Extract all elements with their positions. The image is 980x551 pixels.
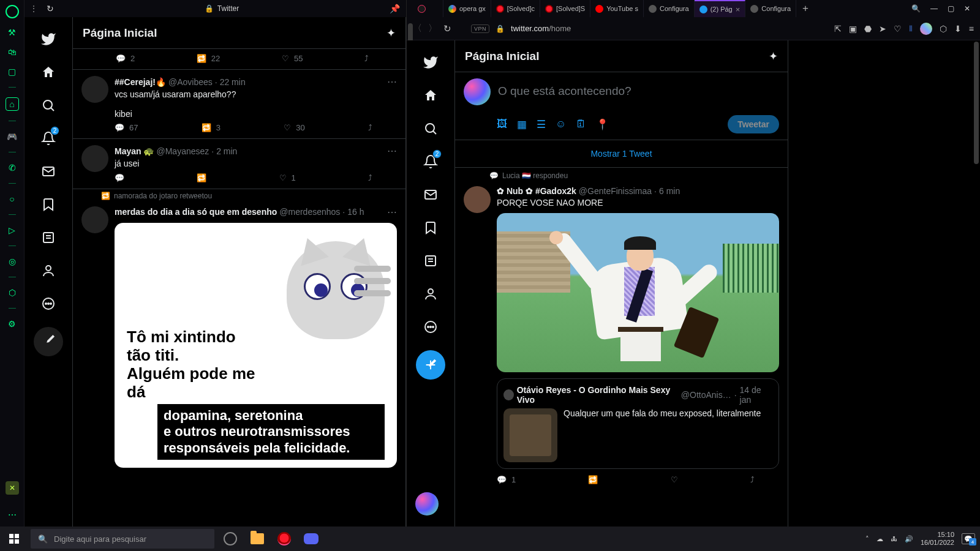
gx-home-icon[interactable]: ⌂ bbox=[6, 97, 19, 111]
share-action[interactable]: ⤴ bbox=[364, 54, 369, 63]
retweet-action[interactable]: 🔁 3 bbox=[202, 123, 221, 132]
home-icon[interactable] bbox=[34, 58, 63, 87]
reload-icon[interactable]: ↻ bbox=[47, 4, 54, 13]
more-icon[interactable] bbox=[34, 289, 63, 318]
tweet[interactable]: ✿ Nub ✿ #Gadox2k @GenteFinissimaa · 6 mi… bbox=[455, 180, 788, 490]
gx-target-icon[interactable]: ◎ bbox=[7, 256, 18, 267]
profile-avatar-icon[interactable] bbox=[920, 23, 932, 35]
lists-icon[interactable] bbox=[416, 246, 445, 276]
search-tabs-icon[interactable]: 🔍 bbox=[911, 4, 921, 13]
location-icon[interactable]: 📍 bbox=[596, 118, 609, 131]
retweet-action[interactable]: 🔁 bbox=[588, 475, 598, 484]
messages-icon[interactable] bbox=[34, 157, 63, 186]
gx-settings-icon[interactable]: ⚙ bbox=[7, 318, 18, 329]
pin-icon[interactable]: 📌 bbox=[390, 4, 406, 13]
share-icon[interactable]: ⇱ bbox=[834, 24, 842, 34]
start-button[interactable] bbox=[0, 527, 28, 551]
gx-mod-icon[interactable]: ⚒ bbox=[7, 27, 18, 38]
back-icon[interactable]: 〈 bbox=[413, 23, 422, 34]
reply-action[interactable]: 💬 2 bbox=[116, 54, 135, 63]
compose-button[interactable] bbox=[416, 350, 445, 380]
share-action[interactable]: ⤴ bbox=[368, 123, 372, 132]
gx-corner-icon[interactable]: ✕ bbox=[6, 481, 19, 495]
avatar[interactable] bbox=[81, 76, 108, 103]
more-icon[interactable]: ⋯ bbox=[387, 145, 397, 157]
sparkle-icon[interactable]: ✦ bbox=[386, 26, 396, 40]
explore-icon[interactable] bbox=[34, 91, 63, 120]
tab-youtube[interactable]: YouTube s bbox=[590, 0, 644, 17]
maximize-icon[interactable]: ▢ bbox=[948, 4, 954, 13]
emoji-icon[interactable]: ☺ bbox=[556, 118, 566, 131]
bookmarks-icon[interactable] bbox=[34, 190, 63, 219]
compose-input[interactable]: O que está acontecendo? bbox=[498, 78, 779, 115]
like-action[interactable]: ♡ 30 bbox=[284, 123, 304, 132]
tray-cloud-icon[interactable]: ☁ bbox=[876, 535, 883, 543]
bookmarks-icon[interactable] bbox=[416, 213, 445, 242]
lock-icon[interactable]: 🔒 bbox=[496, 24, 505, 33]
avatar[interactable] bbox=[81, 145, 108, 172]
snapshot-icon[interactable]: ▣ bbox=[849, 24, 857, 34]
gif-icon[interactable]: ▦ bbox=[517, 118, 527, 131]
gx-cube-icon[interactable]: ⬡ bbox=[7, 287, 18, 298]
tray-network-icon[interactable]: 🖧 bbox=[891, 535, 897, 542]
close-window-icon[interactable]: ✕ bbox=[964, 4, 970, 13]
tab-google[interactable]: opera gx bbox=[443, 0, 491, 17]
show-more-tweets[interactable]: Mostrar 1 Tweet bbox=[455, 140, 788, 168]
tray-clock[interactable]: 15:1016/01/2022 bbox=[921, 531, 954, 547]
notifications-icon[interactable]: 2 bbox=[416, 147, 445, 176]
notifications-icon[interactable]: 💬4 bbox=[962, 533, 975, 544]
tab-gx-corner[interactable] bbox=[413, 0, 443, 17]
minimize-icon[interactable]: — bbox=[930, 4, 938, 13]
task-view-icon[interactable] bbox=[217, 527, 244, 551]
tweet[interactable]: merdas do dia a dia só que em desenho @m… bbox=[73, 200, 405, 474]
share-action[interactable]: ⤴ bbox=[750, 475, 755, 484]
url-display[interactable]: twitter.com/home bbox=[511, 24, 571, 33]
tab-config-2[interactable]: Configura bbox=[745, 0, 796, 17]
wave-icon[interactable]: ⦀ bbox=[909, 23, 913, 34]
shield-icon[interactable]: ⬣ bbox=[864, 24, 872, 34]
send-icon[interactable]: ➤ bbox=[879, 24, 886, 34]
reply-action[interactable]: 💬 bbox=[115, 173, 124, 182]
gx-logo-icon[interactable] bbox=[6, 5, 19, 18]
twitter-logo-icon[interactable] bbox=[416, 48, 445, 77]
sparkle-icon[interactable]: ✦ bbox=[769, 50, 778, 63]
home-icon[interactable] bbox=[416, 81, 445, 110]
poll-icon[interactable]: ☰ bbox=[537, 118, 546, 131]
gx-play-icon[interactable]: ▷ bbox=[7, 225, 18, 236]
menu-dots-icon[interactable]: ⋮ bbox=[29, 4, 38, 13]
quoted-tweet[interactable]: Otávio Reyes - O Gordinho Mais Sexy Vivo… bbox=[497, 378, 779, 469]
vpn-badge[interactable]: VPN bbox=[471, 24, 489, 33]
profile-icon[interactable] bbox=[34, 256, 63, 285]
tab-opera-2[interactable]: [Solved]S bbox=[540, 0, 590, 17]
schedule-icon[interactable]: 🗓 bbox=[576, 118, 586, 131]
tab-opera-1[interactable]: [Solved]c bbox=[491, 0, 540, 17]
retweet-action[interactable]: 🔁 bbox=[197, 173, 206, 182]
twitter-logo-icon[interactable] bbox=[34, 24, 63, 54]
tray-volume-icon[interactable]: 🔊 bbox=[905, 535, 913, 543]
explore-icon[interactable] bbox=[416, 114, 445, 143]
tray-chevron-icon[interactable]: ˄ bbox=[865, 535, 869, 543]
tweet[interactable]: Mayan 🐢 @Mayanesez · 2 min⋯ já usei 💬 🔁 … bbox=[73, 139, 405, 189]
retweet-action[interactable]: 🔁 22 bbox=[197, 54, 220, 63]
discord-icon[interactable] bbox=[298, 527, 325, 551]
gx-more-icon[interactable]: ⋯ bbox=[7, 509, 18, 520]
tweet-button[interactable]: Tweetar bbox=[728, 115, 779, 133]
share-action[interactable]: ⤴ bbox=[368, 173, 372, 182]
compose-button[interactable] bbox=[34, 327, 63, 356]
left-tab-title[interactable]: 🔒 Twitter bbox=[62, 4, 381, 13]
account-avatar[interactable] bbox=[415, 492, 439, 515]
reply-action[interactable]: 💬 1 bbox=[497, 475, 516, 484]
taskbar-search[interactable]: 🔍 Digite aqui para pesquisar bbox=[31, 529, 214, 549]
avatar[interactable] bbox=[464, 186, 491, 213]
gx-twitch-icon[interactable]: ▢ bbox=[7, 66, 18, 77]
explorer-icon[interactable] bbox=[244, 527, 271, 551]
scrollbar[interactable] bbox=[971, 40, 980, 527]
messages-icon[interactable] bbox=[416, 180, 445, 209]
notifications-icon[interactable]: 2 bbox=[34, 124, 63, 153]
avatar[interactable] bbox=[81, 206, 108, 233]
like-action[interactable]: ♡ bbox=[671, 475, 678, 484]
cube-icon[interactable]: ⬡ bbox=[940, 24, 947, 34]
profile-icon[interactable] bbox=[416, 279, 445, 309]
more-icon[interactable]: ⋯ bbox=[387, 206, 397, 218]
more-icon[interactable] bbox=[416, 312, 445, 342]
